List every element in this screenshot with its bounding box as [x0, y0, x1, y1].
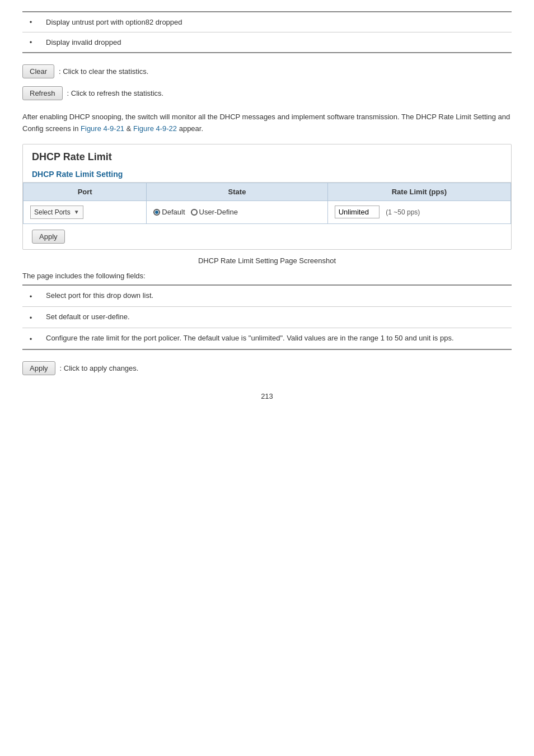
refresh-button-row: Refresh : Click to refresh the statistic…: [22, 86, 512, 100]
select-ports-dropdown[interactable]: Select Ports ▼: [30, 206, 83, 219]
top-stats-table: • Display untrust port with option82 dro…: [22, 11, 512, 53]
dropdown-arrow-icon: ▼: [74, 209, 79, 215]
dhcp-rate-limit-subtitle: DHCP Rate Limit Setting: [23, 167, 511, 183]
rate-limit-cell: (1 ~50 pps): [327, 200, 510, 223]
bullet: •: [22, 12, 39, 32]
rate-limit-table: Port State Rate Limit (pps) Select Ports…: [23, 183, 511, 224]
select-ports-label: Select Ports: [34, 208, 71, 216]
radio-user-define-text: User-Define: [199, 208, 238, 216]
apply-section: Apply : Click to apply changes.: [22, 361, 512, 375]
table-row: Select Ports ▼ Default User-Define: [24, 200, 511, 223]
fields-table: • Select port for this drop down list. •…: [22, 284, 512, 350]
dhcp-rate-limit-box: DHCP Rate Limit DHCP Rate Limit Setting …: [22, 144, 512, 250]
inner-apply-button[interactable]: Apply: [32, 230, 65, 244]
page-number: 213: [22, 392, 512, 400]
pps-hint: (1 ~50 pps): [386, 208, 420, 216]
radio-default-icon: [153, 209, 160, 216]
bullet: •: [22, 328, 39, 349]
state-cell: Default User-Define: [147, 200, 327, 223]
radio-user-define-icon: [191, 209, 198, 216]
rate-limit-input[interactable]: [335, 206, 380, 218]
clear-button-row: Clear : Click to clear the statistics.: [22, 64, 512, 78]
table-header-row: Port State Rate Limit (pps): [24, 183, 511, 200]
field-description: Set default or user-define.: [39, 306, 512, 328]
table-row: • Configure the rate limit for the port …: [22, 328, 512, 349]
figure-link-2[interactable]: Figure 4-9-22: [133, 124, 177, 133]
col-state: State: [147, 183, 327, 200]
row-description: Display invalid dropped: [39, 32, 512, 53]
table-row: • Display untrust port with option82 dro…: [22, 12, 512, 32]
apply-description: : Click to apply changes.: [60, 364, 139, 372]
bullet: •: [22, 32, 39, 53]
table-row: • Set default or user-define.: [22, 306, 512, 328]
field-description: Configure the rate limit for the port po…: [39, 328, 512, 349]
clear-button[interactable]: Clear: [22, 64, 54, 78]
description-text: After enabling DHCP snooping, the switch…: [22, 111, 512, 135]
field-description: Select port for this drop down list.: [39, 285, 512, 307]
fields-intro: The page includes the following fields:: [22, 272, 512, 280]
select-ports-wrap: Select Ports ▼: [30, 206, 139, 219]
refresh-description: : Click to refresh the statistics.: [67, 89, 164, 97]
clear-description: : Click to clear the statistics.: [59, 67, 148, 76]
apply-button[interactable]: Apply: [22, 361, 55, 375]
radio-user-define-label[interactable]: User-Define: [191, 208, 238, 216]
refresh-button[interactable]: Refresh: [22, 86, 63, 100]
bullet: •: [22, 306, 39, 328]
port-cell: Select Ports ▼: [24, 200, 147, 223]
row-description: Display untrust port with option82 dropp…: [39, 12, 512, 32]
table-row: • Display invalid dropped: [22, 32, 512, 53]
inner-apply-row: Apply: [23, 224, 511, 249]
figure-link-1[interactable]: Figure 4-9-21: [81, 124, 124, 133]
col-rate-limit: Rate Limit (pps): [327, 183, 510, 200]
caption-text: DHCP Rate Limit Setting Page Screenshot: [22, 256, 512, 265]
col-port: Port: [24, 183, 147, 200]
bullet: •: [22, 285, 39, 307]
radio-default-label[interactable]: Default: [153, 208, 185, 216]
dhcp-rate-limit-title: DHCP Rate Limit: [23, 144, 511, 167]
radio-default-text: Default: [162, 208, 185, 216]
table-row: • Select port for this drop down list.: [22, 285, 512, 307]
state-radio-group: Default User-Define: [153, 208, 320, 216]
